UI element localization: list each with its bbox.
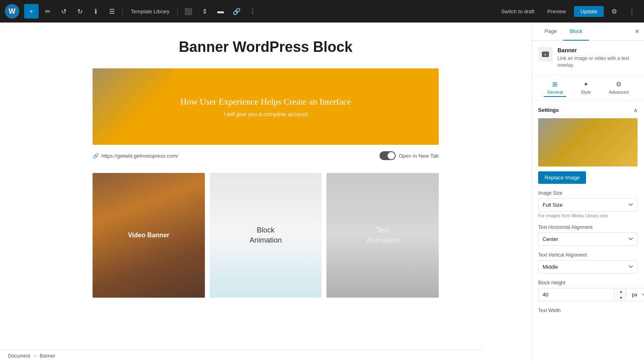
block-info-text: Banner Link an image or video with a tex… [557, 47, 638, 69]
toolbar-right: Switch to draft Preview Update ⚙ ⋮ [496, 4, 639, 19]
block-animation-card[interactable]: BlockAnimation [210, 173, 322, 298]
settings-title: Settings [538, 107, 559, 113]
tools-button[interactable]: ✏ [40, 4, 55, 19]
block-subtabs: ⊞ General ✦ Style ⚙ Advanced [532, 76, 644, 101]
redo-button[interactable]: ↻ [72, 4, 87, 19]
text-width-field: Text Width [538, 308, 638, 313]
tab-page[interactable]: Page [538, 23, 563, 41]
template-library-label[interactable]: Template Library [126, 8, 174, 14]
block-animation-text: BlockAnimation [250, 225, 282, 245]
subtab-style-label: Style [581, 90, 590, 95]
url-row: 🔗 https://getwid.getmotopress.com/ Open … [93, 150, 439, 162]
main-banner[interactable]: How User Experience Helps Create an Inte… [93, 68, 439, 145]
open-new-tab-toggle[interactable] [380, 151, 396, 160]
block-height-input-group: ▲ ▼ px % em vh [538, 288, 638, 301]
undo-button[interactable]: ↺ [56, 4, 71, 19]
url-left: 🔗 https://getwid.getmotopress.com/ [93, 153, 178, 159]
block-height-label: Block Height [538, 280, 638, 286]
main-layout: Banner WordPress Block How User Experien… [0, 23, 644, 362]
block-icon: ⊞ [538, 47, 553, 62]
block-animation-label: BlockAnimation [250, 226, 282, 244]
preview-button[interactable]: Preview [543, 6, 571, 17]
add-block-button[interactable]: ＋ [24, 4, 39, 19]
general-icon: ⊞ [552, 80, 557, 88]
toolbar: W ＋ ✏ ↺ ↻ ℹ ☰ Template Library ⬛ ⇕ ▬ 🔗 ⋮… [0, 0, 644, 23]
subtab-advanced[interactable]: ⚙ Advanced [606, 79, 632, 97]
advanced-icon: ⚙ [616, 80, 621, 88]
settings-header[interactable]: Settings ∧ [538, 107, 638, 113]
text-width-label: Text Width [538, 308, 638, 313]
nav-up-down-button[interactable]: ⇕ [197, 4, 212, 19]
subtab-advanced-label: Advanced [609, 90, 629, 95]
banner-main-heading: How User Experience Helps Create an Inte… [180, 96, 351, 108]
block-type-button[interactable]: ▬ [213, 4, 228, 19]
list-view-button[interactable]: ☰ [105, 4, 119, 19]
block-height-unit-select[interactable]: px % em vh [628, 288, 644, 301]
image-size-select[interactable]: Thumbnail Medium Large Full Size [538, 198, 638, 212]
image-size-label: Image Size [538, 190, 638, 196]
text-animation-text: TextAnimation [367, 225, 399, 245]
text-horizontal-alignment-label: Text Horizontal Alignment [538, 224, 638, 230]
settings-section: Settings ∧ Replace Image Image Size Thum… [532, 101, 644, 326]
subtab-general[interactable]: ⊞ General [544, 79, 566, 97]
banner-url[interactable]: https://getwid.getmotopress.com/ [101, 153, 178, 159]
svg-text:⊞: ⊞ [544, 53, 547, 56]
block-height-decrement[interactable]: ▼ [616, 295, 626, 301]
link-button[interactable]: 🔗 [229, 4, 244, 19]
block-height-stepper: ▲ ▼ [616, 288, 626, 301]
block-name: Banner [557, 47, 638, 53]
update-button[interactable]: Update [574, 6, 604, 17]
banner-main-text: How User Experience Helps Create an Inte… [180, 96, 351, 118]
text-vertical-alignment-select[interactable]: Top Middle Bottom [538, 260, 638, 274]
breadcrumb-document[interactable]: Document [8, 353, 30, 359]
breadcrumb-arrow: → [33, 353, 37, 359]
banner-main-background [93, 68, 173, 145]
block-info: ⊞ Banner Link an image or video with a t… [532, 41, 644, 76]
style-icon: ✦ [583, 80, 588, 88]
info-button[interactable]: ℹ [89, 4, 103, 19]
image-size-note: For images from Media Library only. [538, 213, 638, 218]
settings-collapse-icon: ∧ [634, 107, 638, 113]
page-title: Banner WordPress Block [93, 39, 439, 56]
subtab-general-label: General [547, 90, 563, 95]
settings-button[interactable]: ⚙ [607, 4, 621, 19]
url-right: Open in New Tab [380, 151, 439, 160]
wp-logo[interactable]: W [5, 4, 19, 19]
text-vertical-alignment-label: Text Vertical Alignment [538, 252, 638, 258]
banner-main-subtext: I will give you a complete account [180, 111, 351, 117]
switch-draft-button[interactable]: Switch to draft [496, 6, 539, 17]
divider-2 [178, 6, 178, 16]
tab-block[interactable]: Block [563, 23, 589, 41]
panel-tabs: Page Block × [532, 23, 644, 41]
more-menu-button[interactable]: ⋮ [625, 4, 639, 19]
replace-image-button[interactable]: Replace Image [538, 171, 586, 184]
text-vertical-alignment-field: Text Vertical Alignment Top Middle Botto… [538, 252, 638, 274]
link-icon: 🔗 [93, 153, 99, 159]
divider-1 [122, 6, 123, 16]
text-animation-label: TextAnimation [367, 226, 399, 244]
banner-icon-button[interactable]: ⬛ [181, 4, 196, 19]
image-thumbnail [538, 118, 638, 167]
more-options-button[interactable]: ⋮ [246, 4, 260, 19]
breadcrumb-banner[interactable]: Banner [40, 353, 56, 359]
open-new-tab-label: Open in New Tab [399, 153, 439, 159]
text-animation-card[interactable]: TextAnimation [326, 173, 439, 298]
subtab-style[interactable]: ✦ Style [578, 79, 594, 97]
image-size-field: Image Size Thumbnail Medium Large Full S… [538, 190, 638, 218]
block-height-input[interactable] [538, 288, 615, 301]
breadcrumb: Document → Banner [0, 350, 483, 362]
text-horizontal-alignment-field: Text Horizontal Alignment Left Center Ri… [538, 224, 638, 246]
video-banner-label: Video Banner [128, 232, 169, 239]
panel-close-button[interactable]: × [635, 27, 639, 36]
block-height-field: Block Height ▲ ▼ px % em vh [538, 280, 638, 301]
block-height-increment[interactable]: ▲ [616, 288, 626, 295]
video-banner-card[interactable]: Video Banner [93, 173, 205, 298]
editor-area: Banner WordPress Block How User Experien… [0, 23, 531, 362]
text-horizontal-alignment-select[interactable]: Left Center Right [538, 232, 638, 246]
block-description: Link an image or video with a text overl… [557, 55, 638, 69]
banner-grid: Video Banner BlockAnimation TextAnimatio… [93, 173, 439, 298]
video-banner-text: Video Banner [128, 232, 169, 239]
right-panel: Page Block × ⊞ Banner Link an image or v… [531, 23, 644, 362]
image-thumbnail-inner [538, 118, 638, 167]
